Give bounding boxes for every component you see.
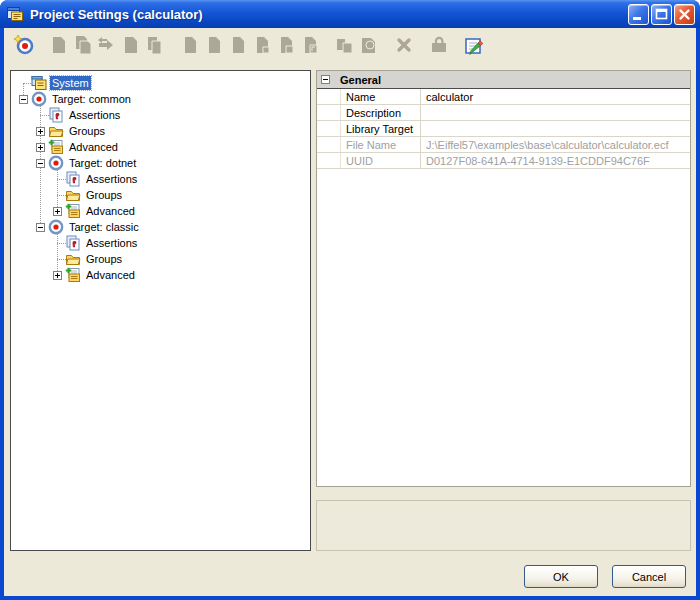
new-item-icon [202, 33, 226, 61]
property-label: Name [341, 89, 421, 104]
cancel-button[interactable]: Cancel [612, 565, 686, 588]
property-value-file-name: J:\Eiffel57\examples\base\calculator\cal… [421, 137, 690, 152]
expander-plus-icon[interactable] [36, 143, 45, 152]
document-icon [47, 33, 71, 61]
locked-document-icon [427, 33, 451, 61]
tree-item-groups[interactable]: Groups [11, 123, 310, 139]
advanced-folder-icon [65, 267, 81, 283]
app-icon [7, 6, 24, 22]
tree-item-assertions[interactable]: Assertions [11, 107, 310, 123]
tree-item-label: Groups [84, 252, 124, 266]
linked-documents-icon [333, 33, 357, 61]
toolbar-button-10 [250, 35, 274, 59]
row-margin [317, 105, 341, 120]
groups-folder-icon [65, 251, 81, 267]
new-item-icon [274, 33, 298, 61]
property-row-description: Description [317, 105, 690, 121]
expander-plus-icon[interactable] [53, 271, 62, 280]
delete-button [392, 35, 416, 59]
tree-item-groups[interactable]: Groups [11, 251, 310, 267]
assertions-icon [65, 171, 81, 187]
new-target-button[interactable] [12, 35, 36, 59]
property-label: File Name [341, 137, 421, 152]
titlebar[interactable]: Project Settings (calculator) [0, 0, 700, 28]
swap-arrows-icon [95, 33, 119, 61]
toolbar-button-13 [333, 35, 357, 59]
groups-folder-icon [48, 123, 64, 139]
toolbar-button-7 [178, 35, 202, 59]
tree-item-label: Target: classic [67, 220, 141, 234]
row-margin [317, 137, 341, 152]
maximize-button[interactable] [651, 4, 672, 25]
expander-plus-icon[interactable] [36, 127, 45, 136]
expander-minus-icon[interactable] [36, 159, 45, 168]
tree-item-label: Groups [67, 124, 107, 138]
target-icon [48, 219, 64, 235]
tree-item-system[interactable]: System [11, 75, 310, 91]
tree-item-target-dotnet[interactable]: Target: dotnet [11, 155, 310, 171]
advanced-folder-icon [65, 203, 81, 219]
close-button[interactable] [674, 4, 695, 25]
tree-item-label: Target: common [50, 92, 133, 106]
toolbar-button-14 [357, 35, 381, 59]
assertions-icon [48, 107, 64, 123]
property-label: Description [341, 105, 421, 120]
property-label: Library Target [341, 121, 421, 136]
window-title: Project Settings (calculator) [30, 7, 626, 22]
delete-x-icon [392, 33, 416, 61]
section-collapse-icon[interactable] [321, 75, 330, 84]
tree-item-label: Advanced [67, 140, 120, 154]
property-section-header: General [317, 71, 690, 89]
tree-item-target-classic[interactable]: Target: classic [11, 219, 310, 235]
tree: System Target: common Assertions [11, 71, 310, 283]
tree-item-label: Assertions [84, 172, 139, 186]
expander-minus-icon[interactable] [19, 95, 28, 104]
documents-stack-icon [71, 33, 95, 61]
ok-button[interactable]: OK [524, 565, 598, 588]
tree-item-assertions[interactable]: Assertions [11, 235, 310, 251]
property-value-description[interactable] [421, 105, 690, 120]
property-row-file-name: File Name J:\Eiffel57\examples\base\calc… [317, 137, 690, 153]
property-value-library-target[interactable] [421, 121, 690, 136]
tree-item-advanced[interactable]: Advanced [11, 203, 310, 219]
tree-item-advanced[interactable]: Advanced [11, 267, 310, 283]
tree-item-groups[interactable]: Groups [11, 187, 310, 203]
toolbar-button-3 [71, 35, 95, 59]
tree-item-label: Advanced [84, 204, 137, 218]
advanced-folder-icon [48, 139, 64, 155]
toolbar [4, 28, 696, 66]
property-value-name[interactable]: calculator [421, 89, 690, 104]
assertions-icon [65, 235, 81, 251]
tree-item-advanced[interactable]: Advanced [11, 139, 310, 155]
documents-copy-icon [143, 33, 167, 61]
tree-item-target-common[interactable]: Target: common [11, 91, 310, 107]
expander-minus-icon[interactable] [36, 223, 45, 232]
document-move-icon [119, 33, 143, 61]
tree-item-label: Assertions [84, 236, 139, 250]
property-row-name: Name calculator [317, 89, 690, 105]
tree-item-label: System [50, 76, 91, 90]
target-icon [48, 155, 64, 171]
toolbar-button-2 [47, 35, 71, 59]
minimize-button[interactable] [628, 4, 649, 25]
groups-folder-icon [65, 187, 81, 203]
toolbar-button-6 [143, 35, 167, 59]
tree-item-label: Advanced [84, 268, 137, 282]
property-grid: General Name calculator Description Libr… [316, 70, 691, 487]
dialog-body: System Target: common Assertions [4, 28, 696, 596]
new-item-icon [250, 33, 274, 61]
target-icon [31, 91, 47, 107]
row-margin [317, 89, 341, 104]
tree-item-assertions[interactable]: Assertions [11, 171, 310, 187]
toolbar-button-11 [274, 35, 298, 59]
tree-item-label: Assertions [67, 108, 122, 122]
property-description-box [316, 500, 691, 551]
project-settings-window: Project Settings (calculator) [0, 0, 700, 600]
edit-configuration-button[interactable] [462, 35, 486, 59]
expander-plus-icon[interactable] [53, 207, 62, 216]
property-value-uuid: D0127F08-641A-4714-9139-E1CDDF94C76F [421, 153, 690, 168]
toolbar-button-8 [202, 35, 226, 59]
toolbar-button-4 [95, 35, 119, 59]
grouped-documents-icon [357, 33, 381, 61]
row-margin [317, 121, 341, 136]
